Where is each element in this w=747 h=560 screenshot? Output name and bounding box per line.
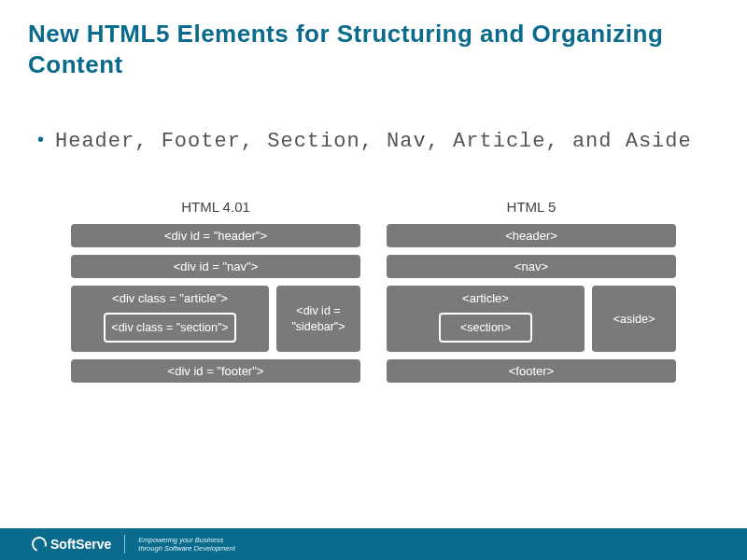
block-header-left: <div id = "header"> [71, 224, 360, 247]
brand-name: SoftServe [50, 537, 111, 552]
tagline-line-1: Empowering your Business [138, 536, 234, 544]
footer-band: SoftServe Empowering your Business throu… [0, 528, 747, 560]
block-section-right: <section> [439, 313, 532, 343]
block-sidebar-left: <div id = "sidebar"> [276, 286, 360, 352]
block-aside-right: <aside> [592, 286, 676, 352]
diagram-html4: HTML 4.01 <div id = "header"> <div id = … [71, 199, 360, 390]
slide-title: New HTML5 Elements for Structuring and O… [28, 19, 719, 79]
vertical-divider [124, 535, 125, 553]
brand-tagline: Empowering your Business through Softwar… [138, 536, 234, 553]
diagram-row: HTML 4.01 <div id = "header"> <div id = … [28, 199, 719, 390]
block-footer-right: <footer> [387, 359, 676, 383]
mid-row-right: <article> <section> <aside> [387, 286, 676, 352]
diagram-label-left: HTML 4.01 [71, 199, 360, 215]
article-label-left: <div class = "article"> [78, 291, 261, 305]
diagram-html5: HTML 5 <header> <nav> <article> <section… [387, 199, 676, 390]
block-header-right: <header> [387, 224, 676, 247]
block-article-left: <div class = "article"> <div class = "se… [71, 286, 269, 352]
block-nav-left: <div id = "nav"> [71, 255, 360, 278]
bullet-item: • Header, Footer, Section, Nav, Article,… [37, 126, 719, 157]
article-label-right: <article> [394, 291, 577, 305]
block-footer-left: <div id = "footer"> [71, 359, 360, 383]
brand-logo: SoftServe [32, 537, 111, 552]
tagline-line-2: through Software Development [138, 544, 234, 553]
block-nav-right: <nav> [387, 255, 676, 278]
bullet-marker: • [37, 126, 44, 152]
bullet-text: Header, Footer, Section, Nav, Article, a… [55, 126, 692, 157]
diagram-label-right: HTML 5 [387, 199, 676, 215]
block-section-left: <div class = "section"> [104, 313, 235, 343]
block-article-right: <article> <section> [387, 286, 585, 352]
slide: New HTML5 Elements for Structuring and O… [0, 0, 747, 560]
mid-row-left: <div class = "article"> <div class = "se… [71, 286, 360, 352]
swirl-icon [29, 534, 49, 553]
